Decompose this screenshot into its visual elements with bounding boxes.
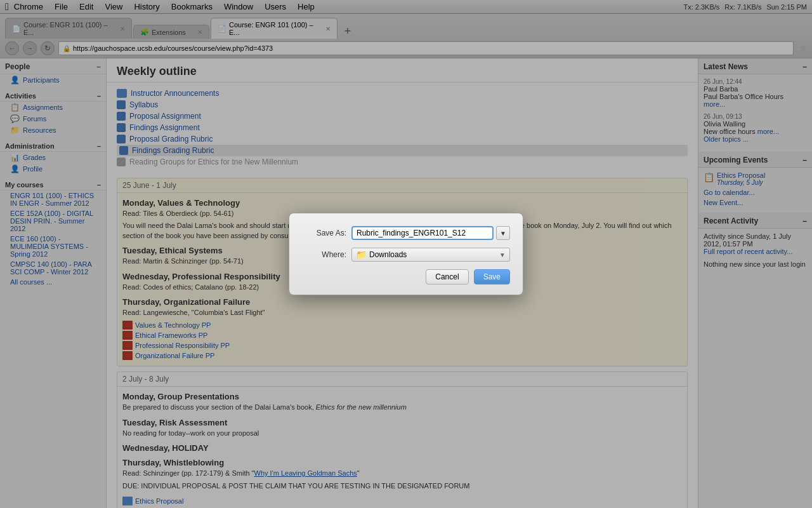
where-label: Where: — [302, 250, 346, 259]
cancel-button[interactable]: Cancel — [426, 269, 468, 284]
save-as-input[interactable] — [351, 226, 494, 240]
save-as-label: Save As: — [302, 229, 346, 237]
dialog-buttons: Cancel Save — [302, 269, 510, 284]
where-select[interactable]: 📁 Downloads ▼ — [351, 248, 510, 262]
save-as-dropdown[interactable]: ▼ — [496, 226, 510, 240]
where-value: Downloads — [369, 250, 497, 259]
save-button[interactable]: Save — [474, 269, 510, 284]
folder-icon: 📁 — [356, 250, 367, 260]
save-as-row: Save As: ▼ — [302, 226, 510, 240]
where-row: Where: 📁 Downloads ▼ — [302, 248, 510, 262]
save-dialog: Save As: ▼ Where: 📁 Downloads ▼ Cancel S… — [289, 213, 523, 295]
where-select-wrapper: 📁 Downloads ▼ — [351, 248, 510, 262]
save-as-input-wrapper: ▼ — [351, 226, 510, 240]
where-arrow: ▼ — [499, 251, 506, 258]
dialog-overlay: Save As: ▼ Where: 📁 Downloads ▼ Cancel S… — [0, 0, 812, 508]
